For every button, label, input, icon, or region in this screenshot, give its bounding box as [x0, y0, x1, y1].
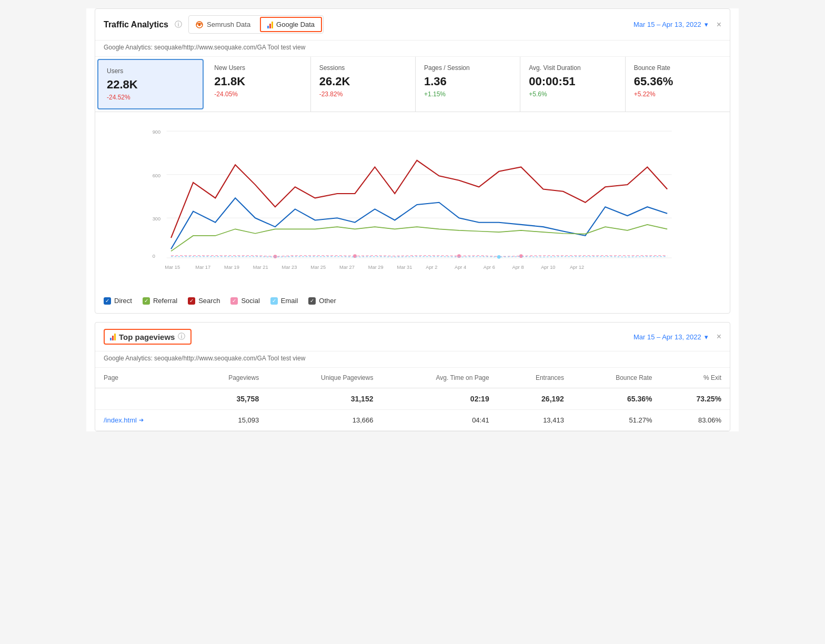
x-label-mar23: Mar 23 — [282, 265, 297, 270]
legend-other-label: Other — [319, 297, 336, 305]
row-bounce: 51.27% — [572, 410, 661, 431]
x-label-mar17: Mar 17 — [195, 265, 210, 270]
totals-exit: 73.25% — [661, 388, 730, 410]
metric-sessions-value: 26.2K — [319, 75, 407, 88]
metric-users-change: -24.52% — [107, 94, 194, 101]
row-page: /index.html ➔ — [95, 410, 189, 431]
col-bounce-rate: Bounce Rate — [572, 368, 661, 388]
legend-search-checkbox: ✓ — [188, 297, 195, 305]
metric-avg-visit[interactable]: Avg. Visit Duration 00:00:51 +5.6% — [520, 57, 625, 112]
metric-avg-visit-change: +5.6% — [529, 90, 616, 98]
metric-users-label: Users — [107, 67, 194, 75]
social-dot-2 — [353, 254, 357, 258]
totals-pageviews: 35,758 — [189, 388, 267, 410]
legend-social-checkbox: ✓ — [230, 297, 238, 305]
metric-avg-visit-value: 00:00:51 — [529, 75, 616, 88]
legend-social-label: Social — [241, 297, 259, 305]
google-tab[interactable]: Google Data — [260, 17, 322, 32]
legend-email-checkbox: ✓ — [270, 297, 278, 305]
legend-referral[interactable]: ✓ Referral — [143, 297, 177, 305]
pageviews-date-range[interactable]: Mar 15 – Apr 13, 2022 ▾ — [633, 333, 708, 341]
chevron-down-icon: ▾ — [705, 21, 708, 28]
traffic-subtitle: Google Analytics: seoquake/http://www.se… — [95, 41, 730, 57]
col-unique-pageviews: Unique Pageviews — [267, 368, 381, 388]
email-dot — [497, 255, 501, 259]
x-label-mar15: Mar 15 — [165, 265, 180, 270]
legend-referral-label: Referral — [153, 297, 177, 305]
row-exit: 83.06% — [661, 410, 730, 431]
pageviews-title-box: Top pageviews ⓘ — [104, 329, 192, 345]
row-pageviews: 15,093 — [189, 410, 267, 431]
legend-email[interactable]: ✓ Email — [270, 297, 298, 305]
metric-pages-session[interactable]: Pages / Session 1.36 +1.15% — [416, 57, 520, 112]
x-label-apr4: Apr 4 — [455, 265, 466, 270]
metric-pages-session-label: Pages / Session — [424, 64, 511, 72]
legend-search[interactable]: ✓ Search — [188, 297, 220, 305]
semrush-tab-label: Semrush Data — [207, 21, 250, 28]
social-dot-3 — [457, 254, 461, 258]
svg-point-1 — [198, 23, 201, 26]
table-row: /index.html ➔ 15,093 13,666 04:41 13,413… — [95, 410, 730, 431]
col-pageviews: Pageviews — [189, 368, 267, 388]
legend-email-label: Email — [281, 297, 298, 305]
semrush-tab[interactable]: Semrush Data — [189, 18, 257, 32]
x-label-mar27: Mar 27 — [339, 265, 355, 270]
row-avg-time: 04:41 — [381, 410, 497, 431]
metric-new-users[interactable]: New Users 21.8K -24.05% — [206, 57, 310, 112]
external-link-icon: ➔ — [139, 417, 144, 424]
legend-direct[interactable]: ✓ Direct — [104, 297, 132, 305]
x-label-apr2: Apr 2 — [426, 265, 437, 270]
metric-users[interactable]: Users 22.8K -24.52% — [97, 59, 204, 109]
metric-new-users-label: New Users — [214, 64, 301, 72]
x-label-mar21: Mar 21 — [253, 265, 268, 270]
page-link[interactable]: /index.html ➔ — [104, 416, 180, 424]
metric-sessions[interactable]: Sessions 26.2K -23.82% — [311, 57, 416, 112]
pageviews-title: Top pageviews ⓘ — [104, 329, 192, 345]
pageviews-header-right: Mar 15 – Apr 13, 2022 ▾ × — [633, 332, 721, 341]
table-header-row: Page Pageviews Unique Pageviews Avg. Tim… — [95, 368, 730, 388]
row-unique: 13,666 — [267, 410, 381, 431]
google-tab-label: Google Data — [276, 21, 315, 28]
y-label-900: 900 — [153, 129, 160, 135]
col-page: Page — [95, 368, 189, 388]
metric-sessions-change: -23.82% — [319, 90, 407, 98]
pageviews-bar-icon — [110, 333, 116, 340]
pageviews-table: Page Pageviews Unique Pageviews Avg. Tim… — [95, 368, 730, 431]
pageviews-close-button[interactable]: × — [717, 332, 721, 341]
legend-referral-checkbox: ✓ — [143, 297, 150, 305]
legend-other[interactable]: ✓ Other — [308, 297, 336, 305]
col-exit: % Exit — [661, 368, 730, 388]
x-label-mar29: Mar 29 — [368, 265, 384, 270]
chart-legend: ✓ Direct ✓ Referral ✓ Search ✓ Social ✓ … — [95, 290, 730, 313]
traffic-info-icon[interactable]: ⓘ — [175, 20, 182, 29]
row-entrances: 13,413 — [498, 410, 572, 431]
metric-users-value: 22.8K — [107, 78, 194, 92]
metric-bounce-rate[interactable]: Bounce Rate 65.36% +5.22% — [626, 57, 730, 112]
header-left: Traffic Analytics ⓘ Semrush Data — [104, 15, 324, 34]
search-line — [171, 160, 667, 238]
traffic-close-button[interactable]: × — [717, 20, 721, 29]
social-dot-1 — [274, 255, 277, 258]
y-label-300: 300 — [153, 216, 160, 222]
traffic-analytics-section: Traffic Analytics ⓘ Semrush Data — [95, 8, 730, 314]
direct-line — [171, 198, 667, 249]
email-line — [171, 257, 667, 257]
legend-direct-label: Direct — [114, 297, 132, 305]
metrics-row: Users 22.8K -24.52% New Users 21.8K -24.… — [95, 57, 730, 112]
legend-direct-checkbox: ✓ — [104, 297, 111, 305]
y-label-0: 0 — [153, 254, 155, 259]
chart-area: 900 600 300 0 — [95, 112, 730, 290]
totals-page — [95, 388, 189, 410]
legend-social[interactable]: ✓ Social — [230, 297, 259, 305]
semrush-icon — [195, 21, 204, 29]
metric-sessions-label: Sessions — [319, 64, 407, 72]
page-wrapper: Traffic Analytics ⓘ Semrush Data — [86, 8, 739, 431]
col-entrances: Entrances — [498, 368, 572, 388]
pageviews-header: Top pageviews ⓘ Mar 15 – Apr 13, 2022 ▾ … — [95, 323, 730, 351]
pageviews-info-icon[interactable]: ⓘ — [178, 332, 185, 341]
traffic-header: Traffic Analytics ⓘ Semrush Data — [95, 9, 730, 41]
x-label-apr12: Apr 12 — [570, 265, 584, 270]
pageviews-section: Top pageviews ⓘ Mar 15 – Apr 13, 2022 ▾ … — [95, 322, 730, 431]
table-head: Page Pageviews Unique Pageviews Avg. Tim… — [95, 368, 730, 388]
traffic-date-range[interactable]: Mar 15 – Apr 13, 2022 ▾ — [633, 21, 708, 28]
